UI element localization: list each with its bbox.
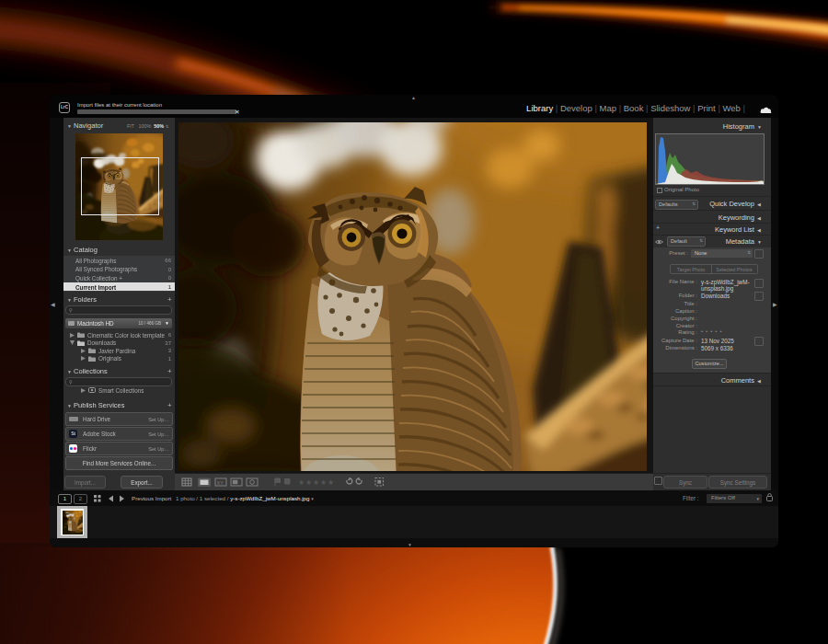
svg-text:★: ★: [305, 478, 312, 487]
svg-text:★: ★: [313, 478, 319, 487]
svg-text:XY: XY: [217, 480, 224, 486]
svg-text:★: ★: [328, 478, 334, 487]
svg-text:★: ★: [298, 478, 305, 487]
svg-text:★: ★: [320, 478, 327, 487]
